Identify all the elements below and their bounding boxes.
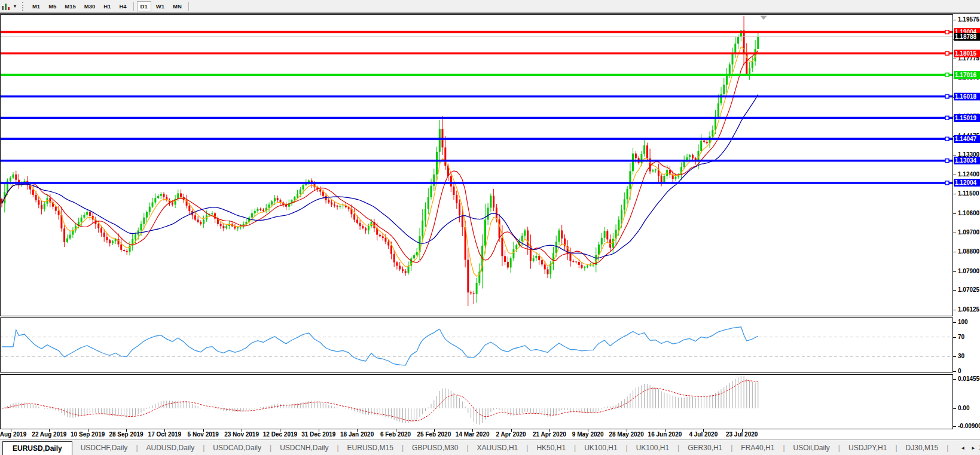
chart-tab-eurusd-daily[interactable]: EURUSD,Daily xyxy=(2,441,72,455)
timeframe-button-mn[interactable]: MN xyxy=(169,1,185,11)
axis-tick-label: 1.08800 xyxy=(958,248,979,255)
date-axis-label: 31 Dec 2019 xyxy=(301,431,335,438)
chevron-down-icon[interactable]: ▼ xyxy=(13,4,17,9)
toolbar-grip[interactable] xyxy=(22,2,23,11)
axis-tick-label: 100 xyxy=(958,319,968,326)
axis-tick-mark xyxy=(953,322,956,323)
timeframe-button-d1[interactable]: D1 xyxy=(137,1,151,11)
chart-shift-marker-icon[interactable] xyxy=(760,16,767,20)
axis-tick-mark xyxy=(953,194,956,194)
date-axis-label: 2 Apr 2020 xyxy=(496,431,526,438)
tabs-scroll-right-icon[interactable]: ► xyxy=(968,444,979,452)
timeframe-button-m15[interactable]: M15 xyxy=(61,1,79,11)
date-axis-label: 12 Dec 2019 xyxy=(263,431,297,438)
date-axis-label: 23 Jul 2020 xyxy=(726,431,758,438)
timeframe-button-m5[interactable]: M5 xyxy=(45,1,60,11)
chart-tab-eurusd-m15[interactable]: EURUSD,M15 xyxy=(339,442,402,454)
line-price-label: 1.14047 xyxy=(954,135,980,143)
axis-tick-label: 30 xyxy=(958,353,964,360)
line-price-label: 1.15019 xyxy=(954,114,980,122)
axis-tick-label: 0.014556 xyxy=(958,375,980,383)
axis-tick-mark xyxy=(953,310,956,310)
macd-histogram xyxy=(5,375,758,425)
line-price-label: 1.17016 xyxy=(954,71,980,79)
date-axis-label: 28 May 2020 xyxy=(609,431,643,438)
date-axis-label: 3 Aug 2019 xyxy=(0,431,26,438)
axis-tick-label: 70 xyxy=(958,334,964,341)
axis-tick-mark xyxy=(953,213,956,214)
date-axis-label: 4 Jul 2020 xyxy=(689,431,718,438)
chart-tab-usdjpy-h1[interactable]: USDJPY,H1 xyxy=(840,442,895,454)
axis-tick-mark xyxy=(953,155,956,155)
indicators-icon[interactable] xyxy=(1,2,11,11)
axis-tick-mark xyxy=(953,290,956,291)
chart-tab-fra40-h1[interactable]: FRA40,H1 xyxy=(732,442,783,454)
chart-tab-usoil-daily[interactable]: USOil,Daily xyxy=(785,442,838,454)
chart-tab-ger30-h1[interactable]: GER30,H1 xyxy=(679,442,731,454)
date-axis-label: 16 Jun 2020 xyxy=(648,431,682,438)
timeframe-button-m1[interactable]: M1 xyxy=(29,1,44,11)
timeframe-button-h1[interactable]: H1 xyxy=(100,1,114,11)
axis-tick-mark xyxy=(953,20,956,20)
rsi-level-lines xyxy=(0,337,953,357)
chart-tab-usdchf-daily[interactable]: USDCHF,Daily xyxy=(72,442,136,454)
date-axis[interactable]: 3 Aug 201922 Aug 201910 Sep 201928 Sep 2… xyxy=(0,429,953,439)
tab-scroll-arrows: ◄ ► xyxy=(955,440,979,455)
chart-tab-uk100-h1[interactable]: UK100,H1 xyxy=(576,442,625,454)
axis-tick-label: 0.00 xyxy=(958,405,969,412)
axis-tick-mark xyxy=(953,271,956,272)
axis-tick-label: 1.19575 xyxy=(958,16,979,23)
macd-indicator-panel[interactable] xyxy=(0,374,953,429)
chart-tab-usdcad-daily[interactable]: USDCAD,Daily xyxy=(204,442,270,454)
axis-tick-mark xyxy=(953,252,956,252)
chart-tab-xauusd-h1[interactable]: XAUUSD,H1 xyxy=(469,442,527,454)
axis-tick-label: 0 xyxy=(958,368,961,375)
price-axis[interactable]: 1.195751.186751.177751.168751.159751.150… xyxy=(953,14,980,429)
date-axis-label: 23 Nov 2019 xyxy=(224,431,259,438)
rsi-indicator-panel[interactable] xyxy=(0,317,953,372)
bid-price-label: 1.18788 xyxy=(954,33,980,41)
tabs-scroll-left-icon[interactable]: ◄ xyxy=(957,444,968,452)
toolbar-separator xyxy=(133,2,134,11)
chart-tab-gbpusd-m30[interactable]: GBPUSD,M30 xyxy=(404,442,466,454)
axis-tick-mark xyxy=(953,175,956,175)
axis-tick-label: 1.11500 xyxy=(958,190,979,197)
axis-tick-label: 1.12400 xyxy=(958,171,979,178)
line-price-label: 1.18015 xyxy=(954,50,980,57)
line-price-label: 1.13034 xyxy=(954,157,980,164)
date-axis-label: 6 Feb 2020 xyxy=(380,431,411,438)
date-axis-label: 25 Feb 2020 xyxy=(417,431,451,438)
chart-tab-hk50-h1[interactable]: HK50,H1 xyxy=(528,442,574,454)
timeframe-button-w1[interactable]: W1 xyxy=(152,1,168,11)
axis-tick-label: 1.06125 xyxy=(958,306,979,313)
line-price-label: 1.12004 xyxy=(954,179,980,187)
axis-tick-mark xyxy=(953,371,956,372)
date-axis-label: 5 Nov 2019 xyxy=(188,431,219,438)
chart-tabs: EURUSD,DailyUSDCHF,Daily|AUDUSD,Daily|US… xyxy=(0,441,980,455)
timeframe-button-m30[interactable]: M30 xyxy=(81,1,99,11)
horizontal-line-objects[interactable] xyxy=(0,30,953,185)
chart-tab-uk100-h1[interactable]: UK100,H1 xyxy=(628,442,677,454)
line-price-label: 1.16018 xyxy=(954,93,980,100)
axis-tick-mark xyxy=(953,59,956,59)
rsi-line xyxy=(2,327,758,365)
date-axis-label: 22 Aug 2019 xyxy=(32,431,66,438)
date-axis-label: 17 Oct 2019 xyxy=(148,431,182,438)
chart-tab-usdcnh-daily[interactable]: USDCNH,Daily xyxy=(271,442,337,454)
date-axis-label: 18 Jan 2020 xyxy=(340,431,374,438)
chart-toolbar: ▼ M1M5M15M30H1H4D1W1MN xyxy=(0,0,980,14)
main-price-chart[interactable] xyxy=(0,14,953,316)
date-axis-label: 14 Mar 2020 xyxy=(456,431,490,438)
date-axis-label: 28 Sep 2019 xyxy=(109,431,143,438)
timeframe-button-h4[interactable]: H4 xyxy=(115,1,130,11)
axis-tick-mark xyxy=(953,408,956,409)
chart-tab-audusd-daily[interactable]: AUDUSD,Daily xyxy=(138,442,203,454)
axis-tick-mark xyxy=(953,356,956,357)
chart-tab-dj30-m15[interactable]: DJ30,M15 xyxy=(897,442,947,454)
date-axis-label: 9 May 2020 xyxy=(572,431,604,438)
axis-tick-mark xyxy=(953,337,956,338)
axis-tick-label: 1.10600 xyxy=(958,210,979,217)
axis-tick-label: 1.07025 xyxy=(958,286,979,294)
axis-tick-label: 1.07900 xyxy=(958,268,979,275)
axis-tick-mark xyxy=(953,233,956,233)
